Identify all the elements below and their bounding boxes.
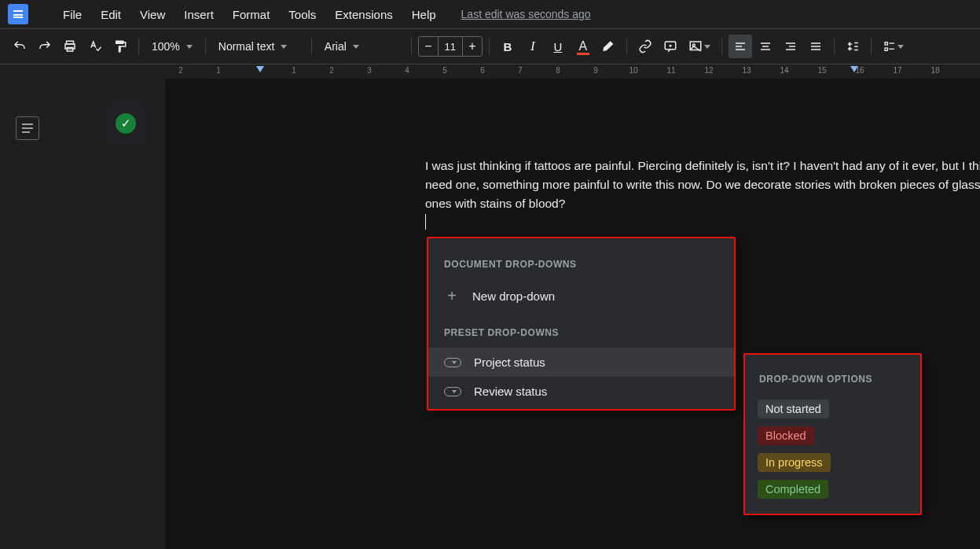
menu-edit[interactable]: Edit (93, 5, 129, 24)
insert-link-button[interactable] (633, 35, 657, 58)
zoom-dropdown[interactable]: 100% (145, 35, 199, 58)
insert-image-button[interactable] (684, 35, 715, 58)
chip-icon (444, 358, 461, 367)
paragraph-style-dropdown[interactable]: Normal text (212, 35, 305, 58)
highlight-button[interactable] (596, 35, 620, 58)
menu-help[interactable]: Help (404, 5, 444, 24)
align-center-button[interactable] (754, 35, 777, 58)
svg-rect-7 (885, 48, 887, 50)
menu-insert[interactable]: Insert (176, 5, 222, 24)
undo-button[interactable] (8, 35, 31, 58)
ruler-tick: 6 (480, 66, 485, 75)
font-size-increase-button[interactable]: + (463, 37, 482, 56)
align-justify-button[interactable] (804, 35, 828, 58)
ruler-tick: 15 (817, 66, 826, 75)
toolbar: 100% Normal text Arial − 11 + B I U A (0, 28, 980, 64)
font-value: Arial (325, 40, 347, 53)
align-left-button[interactable] (729, 35, 752, 58)
indent-marker-left[interactable] (256, 66, 264, 72)
status-chip[interactable]: Blocked (758, 426, 814, 445)
font-size-decrease-button[interactable]: − (419, 37, 438, 56)
separator (311, 38, 312, 55)
ruler-tick: 1 (216, 66, 221, 75)
preset-review-status[interactable]: Review status (428, 377, 734, 406)
dropdown-options-panel: DROP-DOWN OPTIONS Not startedBlockedIn p… (743, 353, 922, 515)
caret-down-icon (281, 45, 287, 49)
preset-label: Review status (474, 385, 547, 398)
zoom-value: 100% (152, 40, 180, 53)
paint-format-button[interactable] (108, 35, 132, 58)
underline-button[interactable]: U (546, 35, 570, 58)
status-chip[interactable]: Not started (758, 400, 829, 418)
sync-status-badge[interactable]: ✓ (105, 102, 147, 145)
ruler-tick: 9 (593, 66, 598, 75)
menu-view[interactable]: View (132, 5, 173, 24)
text-color-button[interactable]: A (571, 35, 595, 58)
separator (411, 38, 412, 55)
ruler-tick: 13 (742, 66, 751, 75)
insert-comment-button[interactable] (659, 35, 682, 58)
caret-down-icon (897, 45, 904, 49)
print-button[interactable] (58, 35, 82, 58)
ruler-tick: 18 (930, 66, 939, 75)
bold-button[interactable]: B (496, 35, 519, 58)
ruler-tick: 14 (780, 66, 788, 75)
menu-tools[interactable]: Tools (281, 5, 324, 24)
new-dropdown-item[interactable]: + New drop-down (428, 279, 734, 313)
text-cursor (425, 214, 426, 230)
outline-icon (22, 123, 33, 133)
spellcheck-button[interactable] (83, 35, 107, 58)
font-dropdown[interactable]: Arial (318, 35, 405, 58)
docs-logo-icon[interactable] (8, 4, 28, 24)
font-size-value[interactable]: 11 (438, 37, 463, 56)
separator (626, 38, 627, 55)
italic-button[interactable]: I (521, 35, 545, 58)
align-right-button[interactable] (779, 35, 802, 58)
menu-file[interactable]: File (55, 5, 90, 24)
menu-extensions[interactable]: Extensions (327, 5, 400, 24)
new-dropdown-label: New drop-down (472, 289, 555, 303)
ruler-tick: 7 (518, 66, 523, 75)
ruler-tick: 8 (556, 66, 560, 75)
menu-format[interactable]: Format (225, 5, 278, 24)
caret-down-icon (704, 45, 710, 49)
ruler-area: 21123456789101112131415161718 (0, 64, 980, 79)
ruler-tick: 2 (329, 66, 334, 75)
ruler[interactable]: 21123456789101112131415161718 (165, 64, 980, 79)
caret-down-icon (353, 45, 359, 49)
ruler-tick: 4 (405, 66, 409, 75)
ruler-tick: 2 (178, 66, 183, 75)
separator (871, 38, 872, 55)
heading-dropdown-options: DROP-DOWN OPTIONS (756, 374, 909, 396)
ruler-tick: 11 (666, 66, 675, 75)
checklist-button[interactable] (878, 35, 909, 58)
heading-preset-dropdowns: PRESET DROP-DOWNS (428, 324, 734, 348)
check-circle-icon: ✓ (116, 113, 136, 134)
document-outline-button[interactable] (16, 116, 39, 140)
preset-label: Project status (474, 356, 545, 369)
last-edit-link[interactable]: Last edit was seconds ago (461, 8, 591, 20)
status-chip[interactable]: Completed (758, 480, 828, 499)
preset-project-status[interactable]: Project status (428, 348, 734, 377)
separator (834, 38, 835, 55)
dropdown-insert-panel: DOCUMENT DROP-DOWNS + New drop-down PRES… (427, 237, 736, 411)
document-page[interactable]: I was just thinking if tattoos are painf… (165, 79, 980, 549)
ruler-tick: 16 (855, 66, 864, 75)
ruler-tick: 12 (704, 66, 713, 75)
ruler-tick: 3 (367, 66, 372, 75)
ruler-tick: 17 (893, 66, 901, 75)
svg-rect-6 (885, 42, 887, 45)
font-size-control: − 11 + (418, 36, 483, 57)
main-area: ✓ I was just thinking if tattoos are pai… (0, 79, 980, 549)
separator (138, 38, 139, 55)
document-body-text[interactable]: I was just thinking if tattoos are painf… (425, 157, 980, 213)
ruler-tick: 1 (292, 66, 296, 75)
menubar: File Edit View Insert Format Tools Exten… (0, 0, 980, 28)
status-chip[interactable]: In progress (758, 453, 831, 472)
line-spacing-button[interactable] (841, 35, 864, 58)
caret-down-icon (186, 45, 193, 49)
redo-button[interactable] (33, 35, 57, 58)
heading-document-dropdowns: DOCUMENT DROP-DOWNS (428, 256, 734, 279)
ruler-tick: 5 (442, 66, 447, 75)
separator (205, 38, 206, 55)
